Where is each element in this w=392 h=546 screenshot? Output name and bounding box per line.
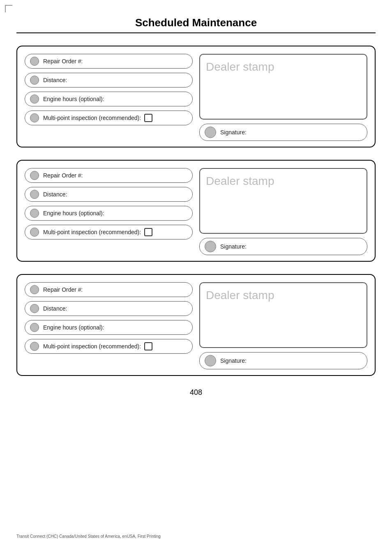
page-number: 408 (190, 388, 202, 397)
maintenance-card-1: Repair Order #: Distance: Engine hours (… (16, 46, 376, 147)
dealer-stamp-text-1: Dealer stamp (206, 60, 274, 74)
signature-icon-1 (205, 127, 216, 138)
card-right-2: Dealer stamp Signature: (199, 168, 367, 255)
repair-order-icon-1 (30, 57, 39, 66)
title-divider (16, 32, 376, 33)
multipoint-row-3[interactable]: Multi-point inspection (recommended): (25, 339, 193, 354)
engine-hours-icon-3 (30, 323, 39, 332)
multipoint-checkbox-2[interactable] (144, 228, 152, 236)
distance-icon-3 (30, 304, 39, 313)
engine-hours-label-2: Engine hours (optional): (43, 210, 104, 217)
multipoint-icon-3 (30, 342, 39, 351)
distance-label-2: Distance: (43, 191, 67, 198)
distance-label-3: Distance: (43, 305, 67, 312)
page: Scheduled Maintenance Repair Order #: Di… (0, 0, 392, 546)
signature-row-3[interactable]: Signature: (199, 352, 367, 369)
multipoint-icon-1 (30, 113, 39, 122)
repair-order-label-3: Repair Order #: (43, 286, 83, 293)
distance-row-1[interactable]: Distance: (25, 73, 193, 88)
engine-hours-row-3[interactable]: Engine hours (optional): (25, 320, 193, 335)
repair-order-label-2: Repair Order #: (43, 172, 83, 179)
repair-order-icon-2 (30, 171, 39, 180)
engine-hours-row-2[interactable]: Engine hours (optional): (25, 206, 193, 221)
signature-label-3: Signature: (220, 357, 247, 364)
multipoint-checkbox-1[interactable] (144, 114, 152, 122)
signature-icon-2 (205, 241, 216, 252)
engine-hours-label-3: Engine hours (optional): (43, 324, 104, 331)
signature-icon-3 (205, 355, 216, 366)
cards-container: Repair Order #: Distance: Engine hours (… (16, 46, 376, 376)
repair-order-row-3[interactable]: Repair Order #: (25, 282, 193, 297)
card-right-3: Dealer stamp Signature: (199, 282, 367, 369)
signature-label-1: Signature: (220, 129, 247, 136)
distance-icon-2 (30, 190, 39, 199)
card-left-1: Repair Order #: Distance: Engine hours (… (25, 54, 193, 141)
multipoint-icon-2 (30, 228, 39, 237)
engine-hours-icon-2 (30, 209, 39, 218)
repair-order-label-1: Repair Order #: (43, 58, 83, 65)
multipoint-row-2[interactable]: Multi-point inspection (recommended): (25, 225, 193, 240)
page-title: Scheduled Maintenance (135, 16, 257, 29)
multipoint-row-1[interactable]: Multi-point inspection (recommended): (25, 111, 193, 125)
repair-order-icon-3 (30, 285, 39, 294)
repair-order-row-1[interactable]: Repair Order #: (25, 54, 193, 69)
distance-icon-1 (30, 76, 39, 85)
distance-row-3[interactable]: Distance: (25, 301, 193, 316)
engine-hours-label-1: Engine hours (optional): (43, 96, 104, 102)
signature-label-2: Signature: (220, 243, 247, 250)
dealer-stamp-box-2: Dealer stamp (199, 168, 367, 234)
dealer-stamp-text-3: Dealer stamp (206, 289, 274, 302)
card-right-1: Dealer stamp Signature: (199, 54, 367, 141)
signature-row-1[interactable]: Signature: (199, 124, 367, 141)
multipoint-checkbox-3[interactable] (144, 342, 152, 350)
corner-mark (5, 5, 12, 12)
dealer-stamp-box-3: Dealer stamp (199, 282, 367, 348)
distance-label-1: Distance: (43, 77, 67, 83)
maintenance-card-3: Repair Order #: Distance: Engine hours (… (16, 274, 376, 376)
maintenance-card-2: Repair Order #: Distance: Engine hours (… (16, 160, 376, 262)
multipoint-label-2: Multi-point inspection (recommended): (43, 229, 141, 235)
multipoint-label-1: Multi-point inspection (recommended): (43, 115, 141, 121)
distance-row-2[interactable]: Distance: (25, 187, 193, 202)
dealer-stamp-box-1: Dealer stamp (199, 54, 367, 120)
repair-order-row-2[interactable]: Repair Order #: (25, 168, 193, 183)
multipoint-label-3: Multi-point inspection (recommended): (43, 343, 141, 350)
dealer-stamp-text-2: Dealer stamp (206, 175, 274, 188)
engine-hours-row-1[interactable]: Engine hours (optional): (25, 92, 193, 106)
engine-hours-icon-1 (30, 94, 39, 104)
card-left-2: Repair Order #: Distance: Engine hours (… (25, 168, 193, 255)
signature-row-2[interactable]: Signature: (199, 238, 367, 255)
card-left-3: Repair Order #: Distance: Engine hours (… (25, 282, 193, 369)
footer-text: Transit Connect (CHC) Canada/United Stat… (16, 534, 161, 539)
